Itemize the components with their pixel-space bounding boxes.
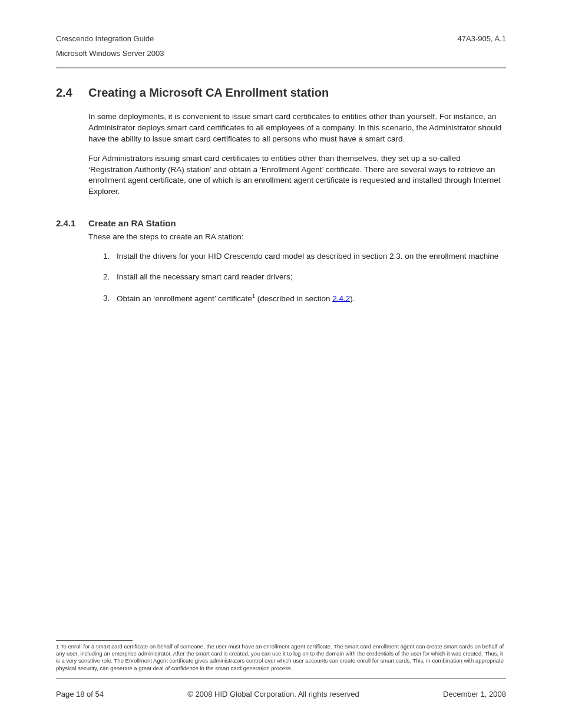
footer-rule xyxy=(56,678,506,679)
section-title: Creating a Microsoft CA Enrollment stati… xyxy=(88,86,329,100)
section-number: 2.4 xyxy=(56,86,88,100)
footnote-1: 1 To enroll for a smart card certificate… xyxy=(56,643,506,672)
footnote-text: To enroll for a smart card certificate o… xyxy=(56,643,504,671)
header-doc-number: 47A3-905, A.1 xyxy=(458,34,506,58)
footer-date: December 1, 2008 xyxy=(443,690,506,699)
steps-list: Install the drivers for your HID Crescen… xyxy=(112,251,506,304)
step-3-post: ). xyxy=(350,294,355,302)
section-paragraph-1: In some deployments, it is convenient to… xyxy=(88,111,506,145)
footnote-separator xyxy=(56,640,133,641)
section-paragraph-2: For Administrators issuing smart card ce… xyxy=(88,153,506,198)
subsection-intro: These are the steps to create an RA stat… xyxy=(88,232,506,243)
section-heading: 2.4 Creating a Microsoft CA Enrollment s… xyxy=(56,86,506,100)
step-3-mid: (described in section xyxy=(255,294,332,302)
footer-copyright: © 2008 HID Global Corporation. All right… xyxy=(187,690,359,699)
footer-page-number: Page 18 of 54 xyxy=(56,690,104,699)
header-rule xyxy=(56,67,506,68)
header-subtitle: Microsoft Windows Server 2003 xyxy=(56,49,164,58)
subsection-number: 2.4.1 xyxy=(56,218,88,228)
section-link-2-4-2[interactable]: 2.4.2 xyxy=(332,294,350,302)
subsection-title: Create an RA Station xyxy=(88,218,176,228)
step-3: Obtain an ‘enrollment agent’ certificate… xyxy=(112,292,506,304)
page-footer: Page 18 of 54 © 2008 HID Global Corporat… xyxy=(56,690,506,699)
header-title: Crescendo Integration Guide xyxy=(56,34,164,43)
page-header: Crescendo Integration Guide Microsoft Wi… xyxy=(56,34,506,58)
step-3-pre: Obtain an ‘enrollment agent’ certificate xyxy=(117,294,252,302)
subsection-heading: 2.4.1 Create an RA Station xyxy=(56,218,506,228)
step-2: Install all the necessary smart card rea… xyxy=(112,272,506,283)
step-1: Install the drivers for your HID Crescen… xyxy=(112,251,506,262)
